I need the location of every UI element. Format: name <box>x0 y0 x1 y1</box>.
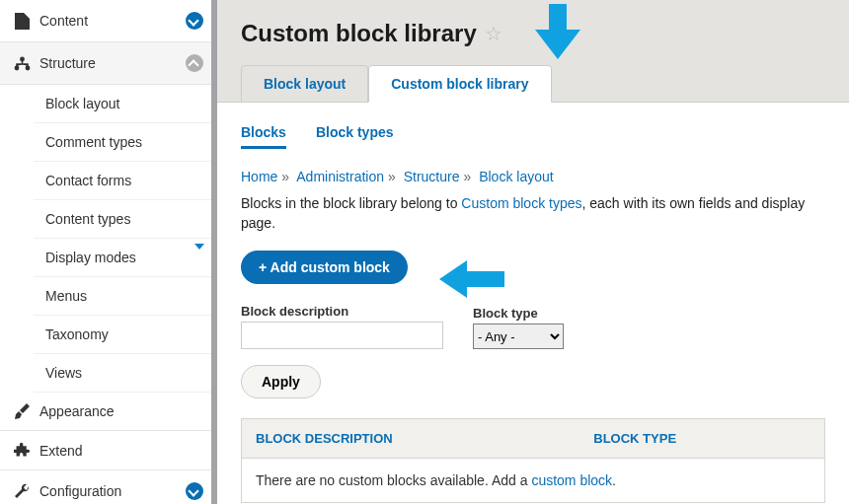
chevron-down-icon <box>185 11 204 31</box>
table-empty-row: There are no custom blocks available. Ad… <box>242 459 825 503</box>
page-title: Custom block library <box>241 20 477 47</box>
intro-link[interactable]: Custom block types <box>461 195 581 211</box>
chevron-down-icon <box>185 481 204 501</box>
filter-desc-input[interactable] <box>241 322 443 349</box>
sidebar-submenu-structure: Block layout Comment types Contact forms… <box>0 85 216 393</box>
breadcrumb-link[interactable]: Home <box>241 169 277 184</box>
sidebar-subitem-content-types[interactable]: Content types <box>34 200 216 239</box>
sidebar-item-configuration[interactable]: Configuration <box>0 470 216 504</box>
breadcrumb-link[interactable]: Administration <box>296 169 384 184</box>
sidebar-item-extend[interactable]: Extend <box>0 431 216 470</box>
tab-blocks[interactable]: Blocks <box>241 120 286 149</box>
puzzle-icon <box>12 442 32 459</box>
sidebar-subitem-views[interactable]: Views <box>34 354 216 393</box>
chevron-up-icon <box>185 53 204 73</box>
sidebar-subitem-contact-forms[interactable]: Contact forms <box>34 162 216 200</box>
favorite-star-icon[interactable]: ☆ <box>485 22 502 45</box>
empty-add-link[interactable]: custom block <box>531 472 612 488</box>
sidebar-subitem-comment-types[interactable]: Comment types <box>34 123 216 162</box>
breadcrumb-link[interactable]: Block layout <box>479 169 553 184</box>
filter-desc-label: Block description <box>241 304 443 319</box>
filter-type-label: Block type <box>473 306 564 321</box>
blocks-table: Block description Block type There are n… <box>241 418 825 503</box>
caret-down-icon <box>194 250 204 265</box>
wrench-icon <box>12 483 32 499</box>
sidebar-subitem-taxonomy[interactable]: Taxonomy <box>34 316 216 354</box>
col-block-description[interactable]: Block description <box>242 419 580 459</box>
sidebar-subitem-block-layout[interactable]: Block layout <box>34 85 216 123</box>
breadcrumb: Home» Administration» Structure» Block l… <box>241 169 825 184</box>
sidebar-item-label: Structure <box>39 55 185 71</box>
sidebar-item-label: Content <box>39 13 185 29</box>
svg-point-2 <box>25 65 30 70</box>
add-custom-block-button[interactable]: + Add custom block <box>241 251 408 284</box>
sidebar-item-content[interactable]: Content <box>0 0 216 42</box>
apply-button[interactable]: Apply <box>241 365 321 398</box>
sidebar-item-appearance[interactable]: Appearance <box>0 393 216 431</box>
tab-block-types[interactable]: Block types <box>316 120 394 149</box>
tab-block-layout[interactable]: Block layout <box>241 65 368 102</box>
file-icon <box>12 13 32 30</box>
sidebar-subitem-menus[interactable]: Menus <box>34 277 216 316</box>
secondary-tabs: Blocks Block types <box>241 120 825 149</box>
col-block-type[interactable]: Block type <box>579 419 824 459</box>
svg-point-1 <box>14 65 19 70</box>
primary-tabs: Block layout Custom block library <box>241 65 825 102</box>
svg-point-0 <box>20 56 25 61</box>
sidebar-item-structure[interactable]: Structure <box>0 42 216 85</box>
sidebar-item-label: Appearance <box>39 403 204 419</box>
main-content: Custom block library ☆ Block layout Cust… <box>217 0 849 504</box>
intro-text: Blocks in the block library belong to Cu… <box>241 194 825 233</box>
hierarchy-icon <box>12 56 32 71</box>
sidebar-item-label: Configuration <box>39 483 185 499</box>
tab-custom-block-library[interactable]: Custom block library <box>368 65 551 103</box>
sidebar-item-label: Extend <box>39 443 204 459</box>
sidebar-subitem-display-modes[interactable]: Display modes <box>34 239 216 277</box>
breadcrumb-link[interactable]: Structure <box>404 169 460 184</box>
admin-sidebar: Content Structure Block layout Comment t… <box>0 0 217 504</box>
filter-type-select[interactable]: - Any - <box>473 324 564 349</box>
filter-row: Block description Block type - Any - <box>241 304 825 349</box>
paintbrush-icon <box>12 403 32 419</box>
